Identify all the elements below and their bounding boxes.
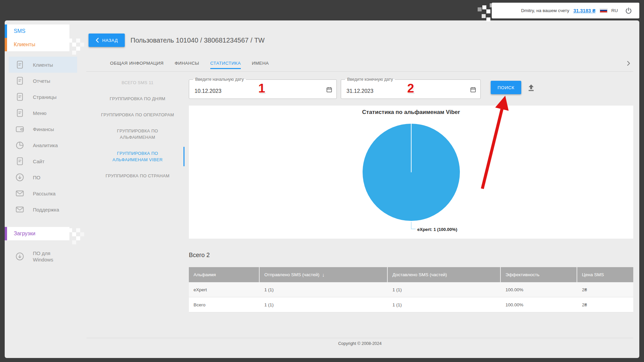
sidebar-item-analytics[interactable]: Аналитика	[9, 137, 77, 153]
tab-label: ИМЕНА	[252, 61, 269, 66]
subnav-item-group-by-alphanames-viber[interactable]: ГРУППИРОВКА ПО АЛЬФАИМЕНАМ VIBER	[106, 150, 169, 163]
cell-efficiency: 100.00%	[501, 297, 577, 312]
sidebar-item-label: Аналитика	[33, 142, 58, 148]
statistics-subnav: ВСЕГО SMS 11 ГРУППИРОВКА ПО ДНЯМ ГРУППИР…	[86, 79, 189, 189]
subnav-item-total-sms[interactable]: ВСЕГО SMS 11	[86, 79, 189, 86]
download-circle-icon	[15, 172, 25, 182]
chevron-left-icon	[96, 38, 99, 43]
cell-efficiency: 100.00%	[501, 282, 577, 297]
table-row: Всего 1 (1) 1 (1) 100.00% 2₴	[189, 297, 633, 312]
search-button[interactable]: ПОИСК	[491, 81, 521, 94]
active-indicator-bar	[183, 147, 184, 166]
page-title: Пользователь 101040 / 380681234567 / TW	[130, 34, 265, 47]
column-header-efficiency[interactable]: Эффективность	[501, 267, 577, 282]
column-header-sent[interactable]: Отправлено SMS (частей)↓	[260, 267, 388, 282]
cell-sent: 1 (1)	[260, 282, 388, 297]
sidebar-item-support[interactable]: Поддержка	[9, 201, 77, 218]
sidebar-group-downloads[interactable]: Загрузки	[5, 227, 69, 240]
sidebar-menu: Клиенты Отчеты Страницы Меню Финансы Ана…	[5, 57, 86, 218]
sidebar-item-label: Финансы	[33, 126, 54, 132]
column-label: Цена SMS	[582, 272, 604, 277]
tab-statistics[interactable]: СТАТИСТИКА	[210, 55, 241, 71]
cell-sent: 1 (1)	[260, 297, 388, 312]
end-date-input[interactable]	[346, 86, 429, 96]
viber-statistics-chart: Статистика по альфаименам Viber eXpert: …	[189, 106, 633, 239]
pie-chart: eXpert: 1 (100.00%)	[189, 106, 633, 239]
sidebar-item-label: Клиенты	[33, 62, 53, 68]
sidebar-group-clients[interactable]: Клиенты	[5, 38, 69, 51]
sidebar-item-label: ПО	[33, 175, 40, 180]
pixel-decoration	[482, 5, 486, 9]
subnav-item-group-by-operators[interactable]: ГРУППИРОВКА ПО ОПЕРАТОРАМ	[86, 112, 189, 118]
wallet-icon	[15, 124, 25, 134]
tab-bar: ОБЩАЯ ИНФОРМАЦИЯ ФИНАНСЫ СТАТИСТИКА ИМЕН…	[86, 55, 633, 72]
sidebar-item-reports[interactable]: Отчеты	[9, 73, 77, 89]
cell-delivered: 1 (1)	[388, 282, 501, 297]
download-circle-icon	[15, 251, 25, 261]
sidebar-item-pages[interactable]: Страницы	[9, 89, 77, 105]
copyright-text: Copyright © 2008-2024	[87, 341, 633, 346]
cell-price: 2₴	[577, 297, 633, 312]
sidebar-item-site[interactable]: Сайт	[9, 153, 77, 169]
tab-label: ОБЩАЯ ИНФОРМАЦИЯ	[110, 61, 164, 66]
start-date-input[interactable]	[194, 86, 282, 96]
annotation-number-1: 1	[258, 81, 265, 96]
column-label: Отправлено SMS (частей)	[264, 272, 319, 277]
sidebar-item-label: Отчеты	[33, 78, 50, 84]
sidebar-group-label: SMS	[14, 28, 25, 34]
column-label: Доставлено SMS (частей)	[392, 272, 447, 277]
subnav-item-label: ГРУППИРОВКА ПО АЛЬФАИМЕНАМ VIBER	[112, 151, 163, 162]
subnav-item-group-by-days[interactable]: ГРУППИРОВКА ПО ДНЯМ	[86, 96, 189, 102]
column-header-delivered[interactable]: Доставлено SMS (частей)	[388, 267, 501, 282]
column-header-alphaname[interactable]: Альфаимя	[189, 267, 260, 282]
sidebar-item-software-windows[interactable]: ПО для Windows	[9, 246, 77, 266]
main-content: НАЗАД Пользователь 101040 / 380681234567…	[86, 20, 639, 358]
calendar-icon[interactable]	[326, 86, 332, 93]
language-label[interactable]: RU	[611, 8, 618, 13]
subnav-item-group-by-alphanames[interactable]: ГРУППИРОВКА ПО АЛЬФАИМЕНАМ	[106, 128, 169, 140]
sidebar-group-sms[interactable]: SMS	[5, 24, 69, 38]
sidebar-item-label: Страницы	[33, 94, 56, 100]
account-panel: Dmitry, на вашем счету 31,3183 ₴ RU	[492, 3, 639, 18]
cell-alphaname: Всего	[189, 297, 260, 312]
sidebar-item-label: Сайт	[33, 159, 45, 164]
app-window: SMS Клиенты Клиенты Отчеты Страницы Меню	[5, 20, 639, 358]
calendar-icon[interactable]	[470, 86, 476, 93]
back-button[interactable]: НАЗАД	[89, 34, 125, 47]
document-icon	[15, 92, 25, 102]
balance-link[interactable]: 31,3183 ₴	[573, 8, 595, 13]
cell-delivered: 1 (1)	[388, 297, 501, 312]
tab-label: СТАТИСТИКА	[210, 61, 241, 66]
tab-general-info[interactable]: ОБЩАЯ ИНФОРМАЦИЯ	[110, 55, 164, 71]
power-icon[interactable]	[625, 7, 633, 15]
envelope-icon	[15, 204, 25, 215]
start-date-label: Введите начальную дату	[193, 77, 246, 82]
document-icon	[15, 60, 25, 70]
sidebar-item-label: Меню	[33, 110, 47, 116]
tab-names[interactable]: ИМЕНА	[252, 55, 269, 71]
sidebar-item-software[interactable]: ПО	[9, 169, 77, 185]
user-greeting: Dmitry, на вашем счету	[521, 8, 569, 13]
table-row: eXpert 1 (1) 1 (1) 100.00% 2₴	[189, 282, 633, 297]
sidebar-item-menu[interactable]: Меню	[9, 105, 77, 121]
end-date-label: Введите конечную дату	[345, 77, 395, 82]
sidebar-group-label: Загрузки	[14, 231, 35, 237]
sidebar-item-finances[interactable]: Финансы	[9, 121, 77, 137]
document-icon	[15, 156, 25, 166]
annotation-number-2: 2	[407, 81, 414, 96]
column-label: Эффективность	[505, 272, 539, 277]
column-label: Альфаимя	[194, 272, 216, 277]
subnav-item-group-by-countries[interactable]: ГРУППИРОВКА ПО СТРАНАМ	[86, 173, 189, 179]
envelope-icon	[15, 188, 25, 198]
upload-icon[interactable]	[527, 83, 536, 92]
russian-flag-icon[interactable]	[600, 8, 607, 13]
pixel-decoration	[68, 39, 72, 43]
table-summary: Всего 2	[189, 252, 210, 259]
tab-finances[interactable]: ФИНАНСЫ	[175, 55, 199, 71]
sidebar-item-mailing[interactable]: Рассылка	[9, 185, 77, 201]
alphanames-table: Альфаимя Отправлено SMS (частей)↓ Достав…	[189, 267, 633, 312]
column-header-price[interactable]: Цена SMS	[577, 267, 633, 282]
chevron-right-icon[interactable]	[626, 61, 631, 66]
sort-desc-icon: ↓	[322, 272, 325, 278]
sidebar-item-clients[interactable]: Клиенты	[9, 57, 77, 73]
